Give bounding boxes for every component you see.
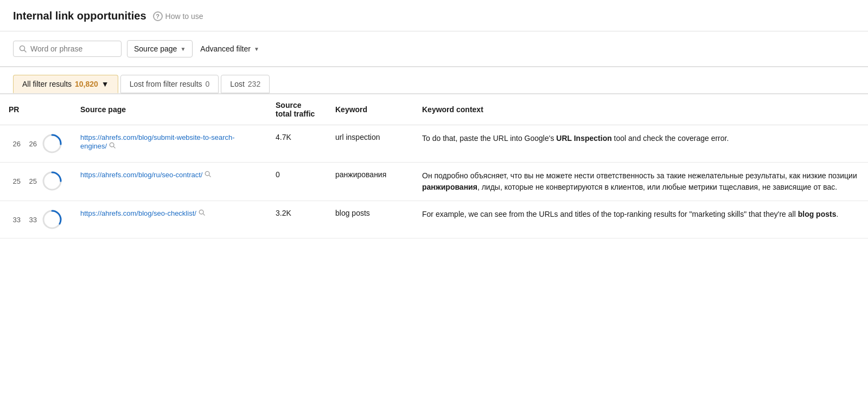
filter-bar: Source page ▼ Advanced filter ▼ xyxy=(0,31,868,67)
tab-lost-label: Lost xyxy=(230,80,244,88)
svg-line-9 xyxy=(209,175,211,177)
results-table-wrapper: PR Source page Source total traffic Keyw… xyxy=(0,93,868,238)
context-cell: For example, we can see from the URLs an… xyxy=(413,201,868,238)
source-page-label: Source page xyxy=(134,44,177,53)
col-header-keyword: Keyword xyxy=(327,94,413,125)
source-search-icon[interactable] xyxy=(109,142,116,150)
pr-cell: 2525 xyxy=(0,163,72,201)
tabs-area: All filter results 10,820 ▼ Lost from fi… xyxy=(0,67,868,93)
source-page-cell: https://ahrefs.com/blog/ru/seo-contract/ xyxy=(72,163,267,201)
col-header-source: Source page xyxy=(72,94,267,125)
traffic-cell: 4.7K xyxy=(267,125,327,163)
how-to-use-label: How to use xyxy=(165,12,203,21)
svg-line-13 xyxy=(203,214,205,215)
keyword-cell: url inspection xyxy=(327,125,413,163)
advanced-filter-button[interactable]: Advanced filter ▼ xyxy=(198,41,261,57)
search-icon xyxy=(19,45,27,53)
tab-all-count: 10,820 xyxy=(75,80,98,88)
source-page-link[interactable]: https://ahrefs.com/blog/seo-checklist/ xyxy=(80,209,196,217)
keyword-cell: blog posts xyxy=(327,201,413,238)
pr-value: 26 xyxy=(25,140,37,148)
page-header: Internal link opportunities ? How to use xyxy=(0,0,868,31)
pr-circle xyxy=(41,209,63,230)
table-row: 2525 https://ahrefs.com/blog/ru/seo-cont… xyxy=(0,163,868,201)
tab-lost[interactable]: Lost 232 xyxy=(221,75,270,93)
tab-lost-filter-count: 0 xyxy=(206,80,210,88)
advanced-filter-label: Advanced filter xyxy=(200,44,251,53)
col-header-context: Keyword context xyxy=(413,94,868,125)
tab-all-label: All filter results xyxy=(22,80,72,88)
pr-value: 33 xyxy=(9,216,21,224)
pr-value: 25 xyxy=(9,177,21,185)
source-search-icon[interactable] xyxy=(199,209,205,217)
results-table: PR Source page Source total traffic Keyw… xyxy=(0,94,868,238)
source-page-cell: https://ahrefs.com/blog/submit-website-t… xyxy=(72,125,267,163)
context-cell: Он подробно объясняет, что вы не можете … xyxy=(413,163,868,201)
traffic-cell: 0 xyxy=(267,163,327,201)
pr-cell: 2626 xyxy=(0,125,72,163)
tab-all-chevron-icon: ▼ xyxy=(101,80,109,88)
pr-value: 26 xyxy=(9,140,21,148)
context-cell: To do that, paste the URL into Google's … xyxy=(413,125,868,163)
how-to-use-button[interactable]: ? How to use xyxy=(153,11,203,21)
pr-circle xyxy=(41,133,63,154)
keyword-cell: ранжирования xyxy=(327,163,413,201)
tab-all-filter-results[interactable]: All filter results 10,820 ▼ xyxy=(13,75,118,93)
source-page-link[interactable]: https://ahrefs.com/blog/ru/seo-contract/ xyxy=(80,171,202,179)
search-wrapper xyxy=(13,41,122,57)
table-row: 3333 https://ahrefs.com/blog/seo-checkli… xyxy=(0,201,868,238)
tab-lost-from-filter[interactable]: Lost from filter results 0 xyxy=(120,75,219,93)
page-title: Internal link opportunities xyxy=(13,10,146,22)
col-header-pr: PR xyxy=(0,94,72,125)
search-input[interactable] xyxy=(30,44,106,53)
svg-line-1 xyxy=(24,50,27,53)
tab-lost-count: 232 xyxy=(248,80,260,88)
svg-line-5 xyxy=(113,146,115,148)
help-icon: ? xyxy=(153,11,163,21)
source-page-chevron-icon: ▼ xyxy=(180,46,186,52)
source-page-link[interactable]: https://ahrefs.com/blog/submit-website-t… xyxy=(80,133,235,150)
pr-circle xyxy=(41,170,63,192)
traffic-cell: 3.2K xyxy=(267,201,327,238)
tab-lost-filter-label: Lost from filter results xyxy=(130,80,202,88)
pr-value: 33 xyxy=(25,216,37,224)
col-header-traffic: Source total traffic xyxy=(267,94,327,125)
advanced-filter-chevron-icon: ▼ xyxy=(254,46,259,52)
pr-cell: 3333 xyxy=(0,201,72,238)
pr-value: 25 xyxy=(25,177,37,185)
source-page-dropdown[interactable]: Source page ▼ xyxy=(127,40,193,57)
table-header-row: PR Source page Source total traffic Keyw… xyxy=(0,94,868,125)
table-row: 2626 https://ahrefs.com/blog/submit-webs… xyxy=(0,125,868,163)
source-search-icon[interactable] xyxy=(205,171,211,179)
source-page-cell: https://ahrefs.com/blog/seo-checklist/ xyxy=(72,201,267,238)
